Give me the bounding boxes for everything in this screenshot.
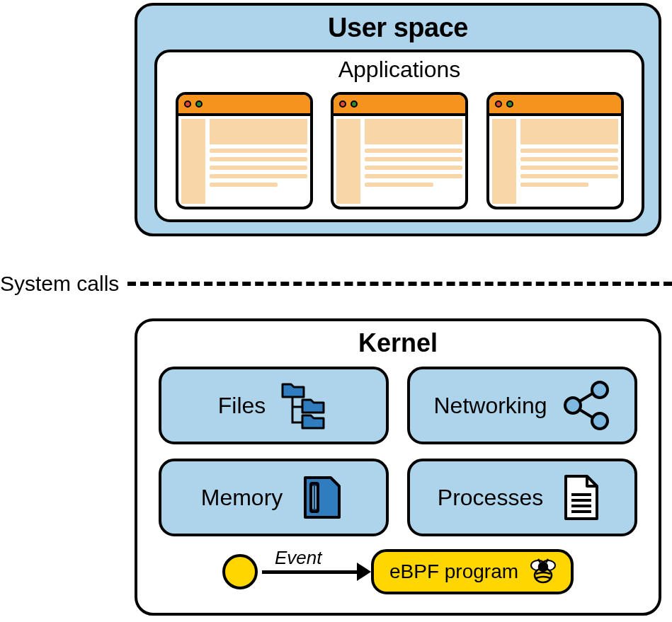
app-titlebar <box>178 95 310 116</box>
system-calls-divider: System calls <box>0 272 672 296</box>
ebpf-program-label: eBPF program <box>389 560 518 583</box>
app-titlebar <box>334 95 465 116</box>
window-dot-min-icon <box>506 100 513 108</box>
app-body <box>336 119 462 204</box>
applications-row <box>157 92 642 209</box>
svg-point-3 <box>592 382 608 398</box>
user-space-box: User space Applications <box>135 3 661 236</box>
subsystem-networking: Networking <box>407 367 637 444</box>
app-window-icon <box>176 92 313 209</box>
app-titlebar <box>489 95 621 116</box>
subsystem-processes: Processes <box>407 459 637 536</box>
event-arrow: Event <box>258 554 371 589</box>
subsystem-label: Files <box>218 393 266 419</box>
app-window-icon <box>486 92 624 209</box>
kernel-subsystems-grid: Files Netw <box>159 367 637 536</box>
memory-card-icon <box>295 472 346 523</box>
app-body <box>492 119 618 204</box>
svg-point-2 <box>565 398 581 413</box>
user-space-title: User space <box>137 13 659 43</box>
window-dot-min-icon <box>351 100 358 108</box>
svg-point-4 <box>592 413 608 429</box>
window-dot-close-icon <box>495 100 502 108</box>
svg-rect-5 <box>311 483 318 512</box>
subsystem-label: Networking <box>433 393 547 419</box>
app-body <box>181 119 307 204</box>
svg-point-15 <box>539 563 547 571</box>
window-dot-close-icon <box>184 100 191 108</box>
system-calls-label: System calls <box>0 272 127 296</box>
subsystem-memory: Memory <box>159 459 389 536</box>
event-source-icon <box>222 554 258 589</box>
network-share-icon <box>560 380 611 431</box>
diagram-canvas: User space Applications <box>0 0 672 622</box>
subsystem-label: Memory <box>201 485 283 511</box>
window-dot-close-icon <box>339 100 346 108</box>
window-dot-min-icon <box>195 100 203 108</box>
subsystem-files: Files <box>159 367 389 444</box>
event-label: Event <box>275 547 322 569</box>
kernel-title: Kernel <box>137 328 659 358</box>
kernel-box: Kernel Files <box>135 318 661 616</box>
ebpf-program-box: eBPF program <box>371 549 574 594</box>
app-window-icon <box>331 92 468 209</box>
document-icon <box>556 472 607 523</box>
applications-box: Applications <box>154 50 644 222</box>
bee-icon <box>528 557 558 587</box>
applications-title: Applications <box>157 57 642 83</box>
divider-line <box>127 282 672 286</box>
subsystem-label: Processes <box>438 485 543 511</box>
folders-icon <box>278 380 329 431</box>
event-to-ebpf-row: Event eBPF program <box>159 546 637 597</box>
